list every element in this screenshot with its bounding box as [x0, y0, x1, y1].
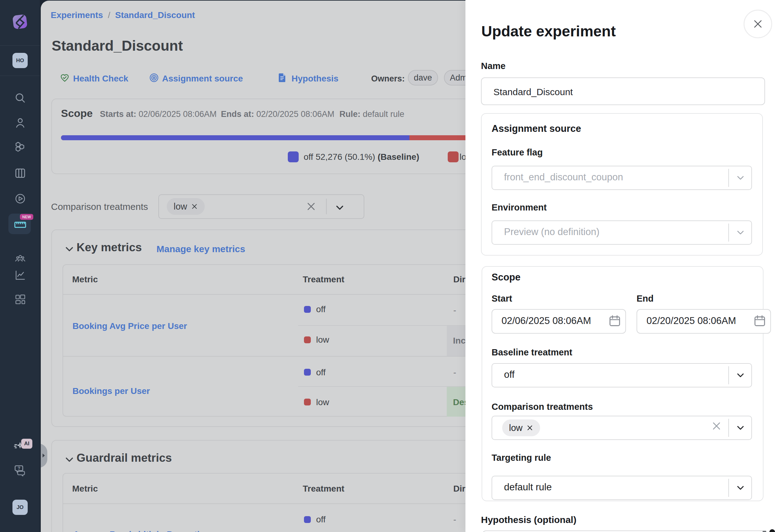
svg-text:?: ?	[18, 466, 21, 471]
